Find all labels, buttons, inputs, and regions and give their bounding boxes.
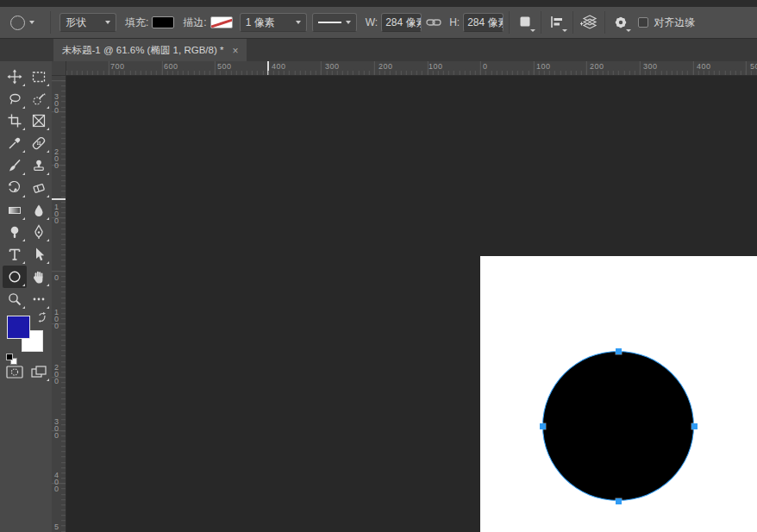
shape-mode-dropdown[interactable]: 形状 (59, 13, 116, 32)
divider (509, 11, 510, 34)
chevron-down-icon (105, 21, 110, 24)
ruler-tick-label: 600 (164, 62, 178, 71)
ruler-tick-label: 2 0 0 (54, 148, 59, 169)
fill-color-swatch[interactable] (152, 16, 174, 28)
v-ruler-cursor-marker (52, 198, 66, 200)
screen-mode-button[interactable] (27, 360, 51, 383)
height-input[interactable]: 284 像素 (463, 13, 504, 32)
gradient-tool[interactable] (3, 199, 27, 222)
photoshop-window: 形状 填充: 描边: 1 像素 W: 284 像素 H: (0, 0, 757, 532)
ruler-tick-label: 500 (217, 62, 232, 71)
ruler-tick-label: 100 (429, 62, 443, 71)
stroke-color-swatch[interactable] (210, 16, 233, 28)
tool-preset-picker[interactable] (0, 16, 45, 30)
quick-mask-button[interactable] (3, 360, 27, 383)
divider (50, 11, 51, 34)
crop-tool[interactable] (3, 110, 27, 133)
lasso-tool[interactable] (3, 88, 27, 110)
gear-icon (613, 15, 629, 30)
stacked-layers-icon (580, 15, 597, 30)
stroke-width-value: 1 像素 (246, 16, 275, 30)
screen-mode-icon (30, 365, 47, 379)
ruler-tick-label: 2 0 0 (54, 364, 59, 385)
path-arrangement-button[interactable] (579, 12, 599, 33)
ruler-tick-label: 4 0 0 (54, 472, 59, 492)
divider (541, 11, 541, 34)
pen-tool[interactable] (27, 222, 51, 244)
path-selection-tool[interactable] (27, 243, 51, 266)
eraser-tool[interactable] (27, 177, 51, 199)
ellipsis-icon (31, 291, 47, 307)
ellipse-tool[interactable] (3, 266, 27, 288)
chevron-down-icon (346, 21, 351, 24)
anchor-handle[interactable] (540, 423, 546, 429)
align-edges-checkbox[interactable] (638, 17, 648, 28)
blur-tool[interactable] (27, 199, 51, 222)
height-value: 284 像素 (467, 16, 504, 30)
stroke-width-dropdown[interactable]: 1 像素 (240, 13, 307, 32)
shape-ellipse[interactable] (542, 351, 694, 501)
dodge-tool[interactable] (3, 222, 27, 244)
foreground-color-swatch[interactable] (7, 316, 30, 339)
quick-mask-icon (6, 366, 23, 379)
ruler-tick-label: 5 (54, 523, 59, 530)
brush-tool[interactable] (3, 154, 27, 177)
ruler-tick-label: 0 (54, 274, 59, 281)
ruler-tick-label: 1 0 0 (54, 309, 59, 329)
ruler-tick-label: 400 (272, 62, 286, 71)
ruler-tick-label: 0 (483, 62, 488, 71)
zoom-tool[interactable] (3, 288, 27, 310)
type-tool[interactable] (3, 243, 27, 266)
vertical-ruler[interactable]: 3 0 02 0 01 0 001 0 02 0 03 0 04 0 05 (52, 76, 66, 532)
no-color-slash-icon (210, 17, 233, 28)
eyedropper-tool[interactable] (3, 132, 27, 154)
shape-options-button[interactable] (610, 12, 631, 33)
horizontal-ruler[interactable]: 7006005004003002001000100200300400500 (66, 61, 757, 76)
document-tab-title: 未标题-1 @ 61.6% (椭圆 1, RGB/8) * (62, 44, 223, 57)
fill-label: 填充: (125, 16, 148, 30)
width-input[interactable]: 284 像素 (381, 13, 422, 32)
ruler-origin-corner[interactable] (52, 61, 66, 76)
ellipse-preset-icon (10, 16, 25, 30)
window-top-strip (0, 0, 757, 7)
swap-colors-icon[interactable] (37, 312, 48, 323)
solid-line-icon (318, 22, 341, 24)
anchor-handle[interactable] (691, 423, 698, 429)
clone-stamp-tool[interactable] (27, 154, 51, 177)
ruler-tick-label: 700 (110, 62, 125, 71)
rectangular-marquee-tool[interactable] (27, 66, 51, 88)
spot-healing-brush-tool[interactable] (27, 132, 51, 154)
width-value: 284 像素 (385, 16, 422, 30)
edit-toolbar-button[interactable] (27, 288, 51, 310)
chevron-down-icon (296, 21, 301, 24)
ruler-tick-label: 1 0 0 (54, 203, 59, 224)
quick-selection-tool[interactable] (27, 88, 51, 110)
canvas-pasteboard[interactable] (66, 76, 757, 532)
divider (604, 11, 605, 34)
path-operations-button[interactable] (515, 12, 535, 33)
tab-close-button[interactable]: × (232, 45, 238, 57)
divider (572, 11, 573, 34)
ruler-tick-label: 100 (536, 62, 551, 71)
document-tab[interactable]: 未标题-1 @ 61.6% (椭圆 1, RGB/8) * × (53, 39, 247, 62)
stroke-style-dropdown[interactable] (312, 13, 357, 32)
ruler-tick-label: 500 (750, 62, 757, 71)
path-alignment-button[interactable] (547, 12, 567, 33)
ruler-tick-label: 3 0 0 (54, 418, 59, 439)
frame-tool[interactable] (27, 110, 51, 133)
history-brush-tool[interactable] (3, 177, 27, 199)
move-tool[interactable] (3, 66, 27, 88)
document-tab-bar: 未标题-1 @ 61.6% (椭圆 1, RGB/8) * × (0, 38, 757, 61)
stroke-label: 描边: (183, 16, 206, 30)
anchor-handle[interactable] (616, 498, 622, 504)
height-label: H: (449, 16, 460, 28)
h-ruler-cursor-marker (267, 61, 269, 76)
ruler-tick-label: 200 (590, 62, 604, 71)
hand-tool[interactable] (27, 266, 51, 288)
gradient-chip-icon (9, 207, 21, 214)
anchor-handle[interactable] (616, 348, 622, 354)
link-dimensions-button[interactable] (423, 12, 444, 33)
chevron-down-icon (29, 21, 34, 24)
color-swatch-widget (7, 316, 47, 355)
width-label: W: (366, 16, 378, 28)
